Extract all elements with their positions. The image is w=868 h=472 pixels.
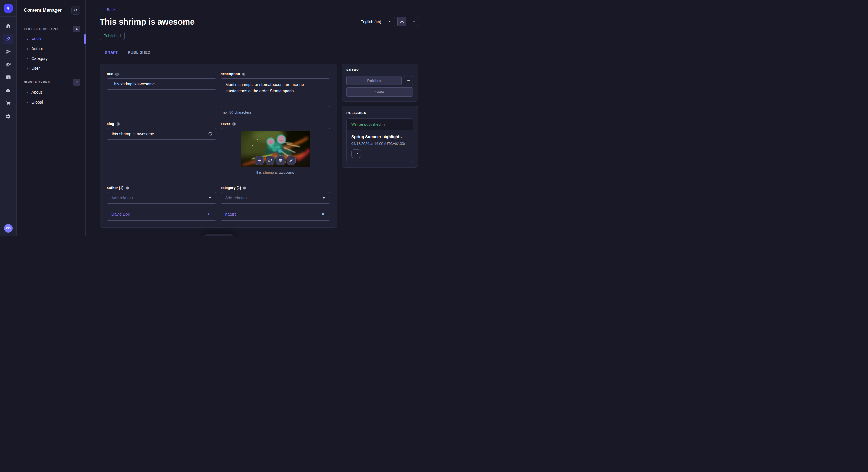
strapi-logo[interactable] [4, 4, 12, 12]
entry-form-card: title description [100, 64, 337, 228]
category-relation-item: nature × [221, 208, 330, 221]
field-description: description Mantis shrimps, or stomatopo… [221, 72, 330, 114]
release-status: Will be published in [347, 119, 413, 130]
category-field-label: category (1) [221, 186, 241, 190]
back-arrow-icon: ← [100, 7, 104, 12]
regenerate-slug-button[interactable] [206, 130, 214, 138]
paper-plane-icon [5, 49, 11, 55]
feather-icon [5, 36, 11, 42]
cover-delete-button[interactable] [276, 156, 285, 165]
more-icon [411, 20, 415, 24]
cover-field-label: cover [221, 122, 230, 126]
author-field-label: author (1) [107, 186, 123, 190]
cover-copy-link-button[interactable] [266, 156, 274, 165]
subnav-item-label: About [31, 90, 42, 95]
caret-down-icon [209, 197, 212, 199]
cover-add-button[interactable] [255, 156, 264, 165]
subnav-item-article[interactable]: • Article [17, 34, 85, 44]
author-relation-remove-button[interactable]: × [206, 210, 214, 218]
subnav-item-user[interactable]: • User [17, 63, 85, 73]
search-icon [74, 8, 78, 12]
sidebar-item-settings[interactable] [3, 111, 13, 121]
download-icon [400, 20, 404, 24]
author-relation-item: David Doe × [107, 208, 216, 221]
side-panels: ENTRY Publish Save RELEASES Will be publ… [342, 64, 418, 168]
category-relation-select[interactable]: Add relation [221, 192, 330, 204]
sidebar-item-content-manager[interactable] [3, 34, 13, 44]
subnav-item-label: Author [31, 46, 43, 51]
download-button[interactable] [397, 17, 406, 26]
subnav-item-about[interactable]: • About [17, 88, 85, 97]
tab-draft[interactable]: DRAFT [100, 47, 123, 59]
category-relation-remove-button[interactable]: × [319, 210, 327, 218]
subnav-item-global[interactable]: • Global [17, 97, 85, 107]
shopping-cart-icon [5, 100, 11, 106]
content-manager-subnav: Content Manager COLLECTION TYPES 4 • Art… [17, 0, 86, 236]
header-more-button[interactable] [409, 17, 418, 26]
author-select-placeholder: Add relation [112, 196, 133, 200]
collection-types-count-badge: 4 [73, 26, 81, 32]
title-field-label: title [107, 72, 113, 76]
search-button[interactable] [71, 6, 80, 14]
bullet-icon: • [27, 37, 28, 41]
scroll-peek-element[interactable] [204, 234, 234, 236]
globe-icon [116, 122, 120, 126]
cover-edit-button[interactable] [287, 156, 296, 165]
title-input[interactable] [107, 78, 216, 90]
bullet-icon: • [27, 100, 28, 104]
link-icon [268, 158, 272, 163]
locale-selected-value: English (en) [361, 20, 381, 24]
page-title: This shrimp is awesome [100, 16, 195, 27]
layout-icon [5, 74, 11, 80]
subnav-item-label: Global [31, 100, 43, 104]
user-avatar[interactable]: KD [4, 224, 12, 233]
cover-asset-card: this-shrimp-is-awesome [221, 128, 330, 178]
subnav-item-author[interactable]: • Author [17, 44, 85, 54]
entry-more-button[interactable] [404, 76, 413, 85]
subnav-item-label: Category [31, 56, 48, 61]
trash-icon [278, 159, 282, 163]
subnav-item-label: Article [31, 37, 42, 41]
gear-icon [5, 113, 11, 119]
caret-down-icon [322, 197, 325, 199]
slug-input[interactable] [107, 128, 216, 140]
subnav-item-category[interactable]: • Category [17, 54, 85, 63]
globe-icon [232, 122, 236, 126]
save-button[interactable]: Save [346, 88, 413, 97]
single-types-count-badge: 2 [73, 79, 81, 86]
field-author: author (1) Add relation David Doe × [107, 186, 216, 221]
back-link[interactable]: ← Back [100, 7, 115, 12]
sidebar-item-home[interactable] [3, 21, 13, 31]
pencil-icon [289, 159, 293, 163]
subnav-title: Content Manager [24, 8, 62, 13]
caret-down-icon [388, 21, 391, 22]
section-label-single-types: SINGLE TYPES [24, 80, 50, 84]
globe-icon [125, 186, 129, 190]
cover-actions [255, 156, 296, 165]
category-relation-link[interactable]: nature [225, 212, 237, 216]
sidebar-item-deploy[interactable] [3, 46, 13, 57]
section-label-collection-types: COLLECTION TYPES [24, 27, 60, 31]
publish-button[interactable]: Publish [346, 76, 402, 85]
sidebar-item-content-type-builder[interactable] [3, 72, 13, 82]
description-textarea[interactable]: Mantis shrimps, or stomatopods, are mari… [221, 78, 330, 107]
author-relation-select[interactable]: Add relation [107, 192, 216, 204]
description-hint: max. 80 characters [221, 110, 330, 114]
back-link-label: Back [107, 7, 115, 12]
home-icon [5, 23, 11, 29]
locale-select[interactable]: English (en) [356, 17, 395, 26]
releases-panel-title: RELEASES [346, 111, 413, 114]
release-name: Spring Summer highlights [351, 134, 408, 139]
more-icon [406, 78, 410, 82]
tab-published[interactable]: PUBLISHED [123, 47, 156, 59]
sidebar-item-marketplace[interactable] [3, 98, 13, 108]
field-title: title [107, 72, 216, 114]
field-category: category (1) Add relation nature × [221, 186, 330, 221]
release-more-button[interactable] [351, 149, 361, 158]
release-card: Will be published in Spring Summer highl… [346, 119, 413, 163]
globe-icon [242, 72, 246, 76]
images-icon [5, 62, 11, 67]
author-relation-link[interactable]: David Doe [112, 212, 130, 216]
sidebar-item-media-library[interactable] [3, 59, 13, 70]
sidebar-item-cloud[interactable] [3, 85, 13, 96]
